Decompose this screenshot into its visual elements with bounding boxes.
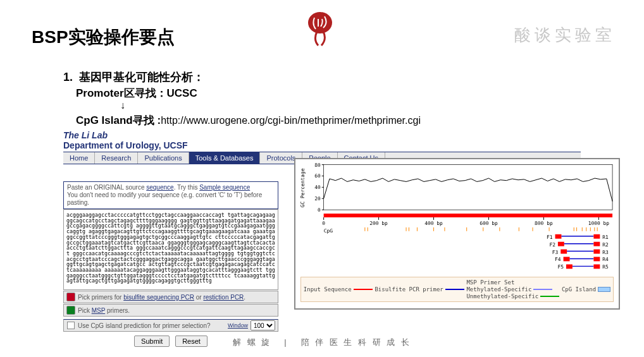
- svg-text:F2: F2: [549, 242, 555, 248]
- svg-rect-58: [560, 250, 567, 254]
- svg-text:R5: R5: [602, 264, 609, 270]
- chart-legend: Input Sequence Bisulfite PCR primer MSP …: [300, 277, 614, 302]
- svg-rect-60: [593, 250, 600, 254]
- option-msp[interactable]: Pick MSP primers.: [63, 304, 278, 317]
- svg-text:80: 80: [314, 162, 321, 168]
- svg-text:R4: R4: [602, 257, 609, 262]
- svg-rect-48: [555, 234, 562, 239]
- svg-rect-70: [593, 264, 600, 269]
- footer: 解 螺 旋 | 陪 伴 医 生 科 研 成 长: [0, 337, 644, 348]
- nav-item-tools-databases[interactable]: Tools & Databases: [189, 152, 261, 164]
- arrow-down: ↓: [120, 100, 581, 111]
- svg-text:1000 bp: 1000 bp: [588, 221, 610, 226]
- svg-text:R2: R2: [602, 242, 609, 248]
- svg-text:CpG: CpG: [324, 228, 333, 234]
- sequence-link[interactable]: sequence: [146, 184, 173, 191]
- checkbox[interactable]: [67, 322, 75, 329]
- svg-rect-1: [324, 165, 612, 210]
- svg-text:800 bp: 800 bp: [535, 221, 553, 226]
- svg-rect-50: [593, 234, 600, 239]
- radio-green-icon: [66, 306, 75, 315]
- svg-text:GC Percentage: GC Percentage: [300, 168, 306, 207]
- li-lab-title: The Li Lab: [63, 130, 581, 140]
- nav-item-publications[interactable]: Publications: [138, 152, 189, 164]
- lab-seal-icon: [307, 11, 333, 46]
- paste-instruction: Paste an ORIGINAL source sequence. Try t…: [63, 181, 278, 209]
- svg-text:40: 40: [314, 185, 321, 190]
- svg-rect-13: [324, 214, 612, 217]
- svg-text:200 bp: 200 bp: [369, 221, 388, 226]
- window-label: Window: [225, 322, 251, 329]
- option-bisulfite-pcr[interactable]: Pick primers for bisulfite sequencing PC…: [63, 291, 278, 303]
- sequence-textarea[interactable]: acgggaaggagcctacccccatgttcctggctagccaagg…: [63, 209, 278, 290]
- svg-text:F4: F4: [555, 257, 561, 262]
- promoter-line: Promoter区寻找：UCSC: [76, 86, 581, 100]
- svg-rect-63: [564, 257, 570, 261]
- svg-text:F1: F1: [547, 234, 553, 240]
- svg-text:600 bp: 600 bp: [480, 221, 498, 226]
- svg-rect-68: [566, 264, 573, 269]
- svg-text:0: 0: [322, 221, 325, 226]
- methprimer-form: Paste an ORIGINAL source sequence. Try t…: [63, 181, 278, 347]
- svg-text:400 bp: 400 bp: [424, 221, 443, 226]
- window-select[interactable]: 100: [251, 320, 275, 330]
- svg-text:F5: F5: [557, 264, 564, 270]
- svg-rect-53: [558, 242, 564, 246]
- nav-item-research[interactable]: Research: [95, 152, 138, 164]
- svg-text:R1: R1: [602, 234, 609, 240]
- svg-text:0: 0: [318, 207, 321, 213]
- svg-point-0: [308, 12, 332, 33]
- department-title: Department of Urology, UCSF: [63, 140, 581, 150]
- svg-rect-55: [593, 242, 600, 246]
- lab-name: 酸谈实验室: [514, 24, 616, 46]
- section-heading: 1. 基因甲基化可能性分析：: [63, 70, 581, 85]
- svg-rect-65: [593, 257, 600, 261]
- svg-text:R3: R3: [602, 250, 609, 255]
- methprimer-chart: 020406080GC Percentage0200 bp400 bp600 b…: [294, 158, 620, 310]
- svg-text:F3: F3: [552, 250, 559, 255]
- radio-red-icon: [66, 293, 75, 301]
- page-title: BSP实验操作要点: [32, 25, 175, 49]
- cpg-prediction-row: Use CpG island prediction for primer sel…: [63, 319, 278, 332]
- cpg-island-line: CpG Island寻找 :http://www.urogene.org/cgi…: [76, 113, 581, 128]
- svg-text:20: 20: [314, 196, 321, 202]
- sample-sequence-link[interactable]: Sample sequence: [199, 184, 250, 191]
- nav-item-home[interactable]: Home: [63, 152, 95, 164]
- svg-text:60: 60: [314, 173, 321, 179]
